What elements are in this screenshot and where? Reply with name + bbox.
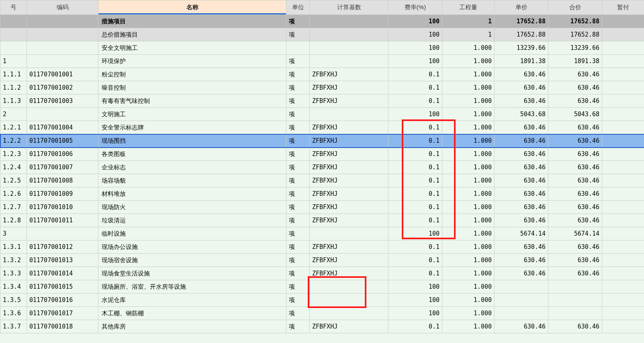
cell-base[interactable]: ZFBFXHJ — [310, 267, 388, 280]
cell-temp[interactable] — [602, 240, 644, 254]
data-grid[interactable]: 号 编码 名称 单位 计算基数 费率(%) 工程量 单价 合价 暂付 措施项目项… — [0, 0, 644, 343]
cell-base[interactable] — [310, 294, 388, 307]
cell-price[interactable]: 630.46 — [495, 267, 548, 280]
cell-base[interactable]: ZFBFXHJ — [310, 174, 388, 187]
cell-base[interactable] — [310, 280, 388, 294]
cell-base[interactable] — [310, 227, 388, 240]
cell-code[interactable]: 011707001013 — [27, 254, 98, 267]
cell-code[interactable] — [27, 41, 98, 55]
cell-temp[interactable] — [602, 294, 644, 307]
cell-unit[interactable]: 项 — [286, 320, 310, 333]
cell-code[interactable]: 011707001011 — [27, 214, 98, 227]
header-rate[interactable]: 费率(%) — [388, 0, 442, 15]
header-name[interactable]: 名称 — [98, 0, 286, 15]
cell-total[interactable]: 630.46 — [548, 201, 602, 214]
cell-name[interactable]: 环境保护 — [98, 55, 286, 68]
cell-unit[interactable]: 项 — [286, 55, 310, 68]
cell-temp[interactable] — [602, 320, 644, 333]
cell-total[interactable]: 630.46 — [548, 161, 602, 174]
cell-seq[interactable]: 1.3.1 — [0, 240, 27, 254]
cell-price[interactable]: 17652.88 — [495, 15, 548, 28]
table-row[interactable]: 1.3.1011707001012现场办公设施项ZFBFXHJ0.11.0006… — [0, 240, 644, 254]
cell-temp[interactable] — [602, 94, 644, 108]
header-qty[interactable]: 工程量 — [442, 0, 495, 15]
cell-rate[interactable]: 100 — [388, 294, 442, 307]
cell-seq[interactable]: 1.3.4 — [0, 280, 27, 294]
cell-total[interactable]: 17652.88 — [548, 15, 602, 28]
cell-total[interactable]: 1891.38 — [548, 55, 602, 68]
cell-qty[interactable]: 1.000 — [442, 174, 495, 187]
cell-seq[interactable]: 1.2.2 — [0, 134, 27, 148]
cell-base[interactable]: ZFBFXHJ — [310, 161, 388, 174]
table-row[interactable]: 总价措施项目项100117652.8817652.88 — [0, 28, 644, 41]
cell-code[interactable]: 011707001003 — [27, 94, 98, 108]
cell-temp[interactable] — [602, 108, 644, 121]
table-row[interactable]: 1.2.7011707001010现场防火项ZFBFXHJ0.11.000630… — [0, 201, 644, 214]
cell-name[interactable]: 场容场貌 — [98, 174, 286, 187]
cell-name[interactable]: 安全警示标志牌 — [98, 121, 286, 134]
cell-rate[interactable]: 100 — [388, 41, 442, 55]
cell-base[interactable]: ZFBFXHJ — [310, 81, 388, 94]
cell-unit[interactable]: 项 — [286, 307, 310, 320]
cell-rate[interactable]: 0.1 — [388, 320, 442, 333]
cell-code[interactable]: 011707001012 — [27, 240, 98, 254]
cell-name[interactable]: 水泥仓库 — [98, 294, 286, 307]
cell-rate[interactable]: 100 — [388, 28, 442, 41]
cell-code[interactable] — [27, 108, 98, 121]
table-row[interactable]: 2文明施工项1001.0005043.685043.68 — [0, 108, 644, 121]
cell-temp[interactable] — [602, 187, 644, 201]
cell-rate[interactable]: 0.1 — [388, 214, 442, 227]
cell-name[interactable]: 噪音控制 — [98, 81, 286, 94]
cell-total[interactable]: 630.46 — [548, 94, 602, 108]
cell-rate[interactable]: 100 — [388, 108, 442, 121]
cell-total[interactable]: 5043.68 — [548, 108, 602, 121]
cell-name[interactable]: 材料堆放 — [98, 187, 286, 201]
table-row[interactable]: 1.2.2011707001005现场围挡项ZFBFXHJ0.11.000630… — [0, 134, 644, 148]
cell-base[interactable] — [310, 55, 388, 68]
header-code[interactable]: 编码 — [27, 0, 98, 15]
cell-price[interactable]: 5674.14 — [495, 227, 548, 240]
cell-base[interactable] — [310, 15, 388, 28]
cell-price[interactable]: 630.46 — [495, 81, 548, 94]
cell-temp[interactable] — [602, 81, 644, 94]
cell-base[interactable]: ZFBFXHJ — [310, 254, 388, 267]
header-temp[interactable]: 暂付 — [602, 0, 644, 15]
cell-unit[interactable]: 项 — [286, 294, 310, 307]
table-row[interactable]: 安全文明施工1001.00013239.6613239.66 — [0, 41, 644, 55]
cell-temp[interactable] — [602, 55, 644, 68]
cell-unit[interactable]: 项 — [286, 68, 310, 81]
cell-code[interactable] — [27, 55, 98, 68]
cell-price[interactable]: 17652.88 — [495, 28, 548, 41]
cell-price[interactable]: 630.46 — [495, 134, 548, 148]
cell-unit[interactable]: 项 — [286, 187, 310, 201]
cell-seq[interactable]: 1.2.4 — [0, 161, 27, 174]
table-row[interactable]: 1.2.1011707001004安全警示标志牌项ZFBFXHJ0.11.000… — [0, 121, 644, 134]
table-row[interactable]: 1.2.3011707001006各类图板项ZFBFXHJ0.11.000630… — [0, 148, 644, 161]
cell-name[interactable]: 木工棚、钢筋棚 — [98, 307, 286, 320]
cell-unit[interactable]: 项 — [286, 28, 310, 41]
table-row[interactable]: 1.2.6011707001009材料堆放项ZFBFXHJ0.11.000630… — [0, 187, 644, 201]
cell-rate[interactable]: 0.1 — [388, 201, 442, 214]
cell-qty[interactable]: 1.000 — [442, 201, 495, 214]
cell-rate[interactable]: 0.1 — [388, 94, 442, 108]
cell-qty[interactable]: 1.000 — [442, 254, 495, 267]
cell-qty[interactable]: 1.000 — [442, 240, 495, 254]
cell-seq[interactable] — [0, 41, 27, 55]
cell-seq[interactable]: 1.2.3 — [0, 148, 27, 161]
cell-unit[interactable]: 项 — [286, 81, 310, 94]
cell-name[interactable]: 各类图板 — [98, 148, 286, 161]
cell-base[interactable]: ZFBFXHJ — [310, 148, 388, 161]
cell-temp[interactable] — [602, 280, 644, 294]
cell-base[interactable]: ZFBFXHJ — [310, 201, 388, 214]
cell-temp[interactable] — [602, 161, 644, 174]
cell-name[interactable]: 现场食堂生活设施 — [98, 267, 286, 280]
cell-temp[interactable] — [602, 148, 644, 161]
table-row[interactable]: 1.3.5011707001016水泥仓库项1001.000 — [0, 294, 644, 307]
cell-name[interactable]: 安全文明施工 — [98, 41, 286, 55]
cell-base[interactable]: ZFBFXHJ — [310, 187, 388, 201]
cell-price[interactable] — [495, 280, 548, 294]
cell-name[interactable]: 现场厕所、浴室、开水房等设施 — [98, 280, 286, 294]
cell-rate[interactable]: 0.1 — [388, 121, 442, 134]
cell-seq[interactable] — [0, 15, 27, 28]
cell-seq[interactable]: 1.3.3 — [0, 267, 27, 280]
